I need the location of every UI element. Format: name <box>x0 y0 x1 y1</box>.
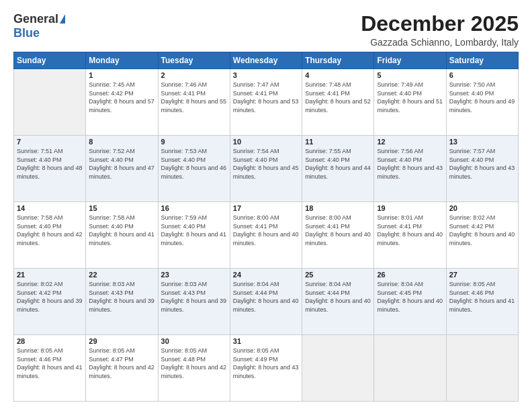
cell-sun-info: Sunrise: 7:52 AM Sunset: 4:40 PM Dayligh… <box>89 147 154 181</box>
title-block: December 2025 Gazzada Schianno, Lombardy… <box>361 12 519 48</box>
cell-sun-info: Sunrise: 7:58 AM Sunset: 4:40 PM Dayligh… <box>17 214 83 247</box>
table-row: 15Sunrise: 7:58 AM Sunset: 4:40 PM Dayli… <box>86 202 158 269</box>
table-row: 10Sunrise: 7:54 AM Sunset: 4:40 PM Dayli… <box>230 136 302 202</box>
table-row: 14Sunrise: 7:58 AM Sunset: 4:40 PM Dayli… <box>14 202 86 269</box>
table-row: 5Sunrise: 7:49 AM Sunset: 4:40 PM Daylig… <box>374 69 446 136</box>
day-number: 12 <box>377 138 443 146</box>
table-row: 16Sunrise: 7:59 AM Sunset: 4:40 PM Dayli… <box>158 202 230 269</box>
table-row: 23Sunrise: 8:03 AM Sunset: 4:43 PM Dayli… <box>158 269 230 335</box>
cell-sun-info: Sunrise: 7:56 AM Sunset: 4:40 PM Dayligh… <box>377 147 443 181</box>
logo-blue-text: Blue <box>13 26 40 40</box>
cell-sun-info: Sunrise: 8:05 AM Sunset: 4:48 PM Dayligh… <box>161 347 227 380</box>
cell-sun-info: Sunrise: 7:53 AM Sunset: 4:40 PM Dayligh… <box>161 147 227 181</box>
table-row: 17Sunrise: 8:00 AM Sunset: 4:41 PM Dayli… <box>230 202 302 269</box>
day-number: 20 <box>449 204 515 212</box>
table-row: 28Sunrise: 8:05 AM Sunset: 4:46 PM Dayli… <box>14 335 86 402</box>
day-number: 31 <box>233 337 299 345</box>
month-title: December 2025 <box>361 12 519 36</box>
cell-sun-info: Sunrise: 8:04 AM Sunset: 4:44 PM Dayligh… <box>305 280 371 314</box>
day-number: 26 <box>377 271 443 279</box>
logo-general-text: General <box>13 12 58 26</box>
day-number: 1 <box>89 71 154 79</box>
table-row: 25Sunrise: 8:04 AM Sunset: 4:44 PM Dayli… <box>302 269 374 335</box>
day-number: 16 <box>161 204 227 212</box>
day-number: 27 <box>449 271 515 279</box>
day-number: 2 <box>161 71 227 79</box>
table-row: 3Sunrise: 7:47 AM Sunset: 4:41 PM Daylig… <box>230 69 302 136</box>
day-number: 17 <box>233 204 299 212</box>
day-number: 7 <box>17 138 83 146</box>
location: Gazzada Schianno, Lombardy, Italy <box>361 37 519 48</box>
col-thursday: Thursday <box>302 52 374 69</box>
cell-sun-info: Sunrise: 8:02 AM Sunset: 4:42 PM Dayligh… <box>17 280 83 314</box>
cell-sun-info: Sunrise: 7:49 AM Sunset: 4:40 PM Dayligh… <box>377 81 443 114</box>
table-row: 22Sunrise: 8:03 AM Sunset: 4:43 PM Dayli… <box>86 269 158 335</box>
col-sunday: Sunday <box>14 52 86 69</box>
day-number: 21 <box>17 271 83 279</box>
cell-sun-info: Sunrise: 8:05 AM Sunset: 4:49 PM Dayligh… <box>233 347 299 380</box>
day-number: 9 <box>161 138 227 146</box>
cell-sun-info: Sunrise: 7:51 AM Sunset: 4:40 PM Dayligh… <box>17 147 83 181</box>
table-row: 6Sunrise: 7:50 AM Sunset: 4:40 PM Daylig… <box>446 69 518 136</box>
cell-sun-info: Sunrise: 8:04 AM Sunset: 4:44 PM Dayligh… <box>233 280 299 314</box>
col-saturday: Saturday <box>446 52 518 69</box>
day-number: 11 <box>305 138 371 146</box>
cell-sun-info: Sunrise: 8:05 AM Sunset: 4:46 PM Dayligh… <box>17 347 83 380</box>
col-friday: Friday <box>374 52 446 69</box>
table-row: 13Sunrise: 7:57 AM Sunset: 4:40 PM Dayli… <box>446 136 518 202</box>
cell-sun-info: Sunrise: 8:05 AM Sunset: 4:46 PM Dayligh… <box>449 280 515 314</box>
cell-sun-info: Sunrise: 7:50 AM Sunset: 4:40 PM Dayligh… <box>449 81 515 114</box>
cell-sun-info: Sunrise: 7:59 AM Sunset: 4:40 PM Dayligh… <box>161 214 227 247</box>
col-wednesday: Wednesday <box>230 52 302 69</box>
cell-sun-info: Sunrise: 8:00 AM Sunset: 4:41 PM Dayligh… <box>233 214 299 247</box>
cell-sun-info: Sunrise: 8:03 AM Sunset: 4:43 PM Dayligh… <box>89 280 154 314</box>
table-row <box>14 69 86 136</box>
table-row: 7Sunrise: 7:51 AM Sunset: 4:40 PM Daylig… <box>14 136 86 202</box>
cell-sun-info: Sunrise: 8:02 AM Sunset: 4:42 PM Dayligh… <box>449 214 515 247</box>
cell-sun-info: Sunrise: 7:57 AM Sunset: 4:40 PM Dayligh… <box>449 147 515 181</box>
table-row: 8Sunrise: 7:52 AM Sunset: 4:40 PM Daylig… <box>86 136 158 202</box>
table-row: 24Sunrise: 8:04 AM Sunset: 4:44 PM Dayli… <box>230 269 302 335</box>
day-number: 29 <box>89 337 154 345</box>
day-number: 14 <box>17 204 83 212</box>
cell-sun-info: Sunrise: 7:46 AM Sunset: 4:41 PM Dayligh… <box>161 81 227 114</box>
table-row <box>446 335 518 402</box>
cell-sun-info: Sunrise: 7:54 AM Sunset: 4:40 PM Dayligh… <box>233 147 299 181</box>
calendar-week-row: 21Sunrise: 8:02 AM Sunset: 4:42 PM Dayli… <box>14 269 519 335</box>
day-number: 30 <box>161 337 227 345</box>
table-row: 12Sunrise: 7:56 AM Sunset: 4:40 PM Dayli… <box>374 136 446 202</box>
day-number: 15 <box>89 204 154 212</box>
page: General Blue December 2025 Gazzada Schia… <box>0 0 532 411</box>
cell-sun-info: Sunrise: 8:00 AM Sunset: 4:41 PM Dayligh… <box>305 214 371 247</box>
table-row: 31Sunrise: 8:05 AM Sunset: 4:49 PM Dayli… <box>230 335 302 402</box>
header: General Blue December 2025 Gazzada Schia… <box>13 12 519 48</box>
cell-sun-info: Sunrise: 7:45 AM Sunset: 4:42 PM Dayligh… <box>89 81 154 114</box>
day-number: 6 <box>449 71 515 79</box>
table-row: 29Sunrise: 8:05 AM Sunset: 4:47 PM Dayli… <box>86 335 158 402</box>
day-number: 22 <box>89 271 154 279</box>
table-row: 30Sunrise: 8:05 AM Sunset: 4:48 PM Dayli… <box>158 335 230 402</box>
cell-sun-info: Sunrise: 7:47 AM Sunset: 4:41 PM Dayligh… <box>233 81 299 114</box>
table-row: 9Sunrise: 7:53 AM Sunset: 4:40 PM Daylig… <box>158 136 230 202</box>
cell-sun-info: Sunrise: 8:01 AM Sunset: 4:41 PM Dayligh… <box>377 214 443 247</box>
col-monday: Monday <box>86 52 158 69</box>
table-row: 1Sunrise: 7:45 AM Sunset: 4:42 PM Daylig… <box>86 69 158 136</box>
day-number: 28 <box>17 337 83 345</box>
col-tuesday: Tuesday <box>158 52 230 69</box>
table-row: 27Sunrise: 8:05 AM Sunset: 4:46 PM Dayli… <box>446 269 518 335</box>
calendar-week-row: 28Sunrise: 8:05 AM Sunset: 4:46 PM Dayli… <box>14 335 519 402</box>
table-row: 4Sunrise: 7:48 AM Sunset: 4:41 PM Daylig… <box>302 69 374 136</box>
table-row <box>374 335 446 402</box>
table-row: 19Sunrise: 8:01 AM Sunset: 4:41 PM Dayli… <box>374 202 446 269</box>
logo: General Blue <box>13 12 65 40</box>
calendar-week-row: 7Sunrise: 7:51 AM Sunset: 4:40 PM Daylig… <box>14 136 519 202</box>
table-row: 2Sunrise: 7:46 AM Sunset: 4:41 PM Daylig… <box>158 69 230 136</box>
table-row: 20Sunrise: 8:02 AM Sunset: 4:42 PM Dayli… <box>446 202 518 269</box>
day-number: 19 <box>377 204 443 212</box>
cell-sun-info: Sunrise: 7:48 AM Sunset: 4:41 PM Dayligh… <box>305 81 371 114</box>
day-number: 10 <box>233 138 299 146</box>
day-number: 24 <box>233 271 299 279</box>
logo-triangle-icon <box>60 14 65 24</box>
cell-sun-info: Sunrise: 8:05 AM Sunset: 4:47 PM Dayligh… <box>89 347 154 380</box>
cell-sun-info: Sunrise: 8:04 AM Sunset: 4:45 PM Dayligh… <box>377 280 443 314</box>
